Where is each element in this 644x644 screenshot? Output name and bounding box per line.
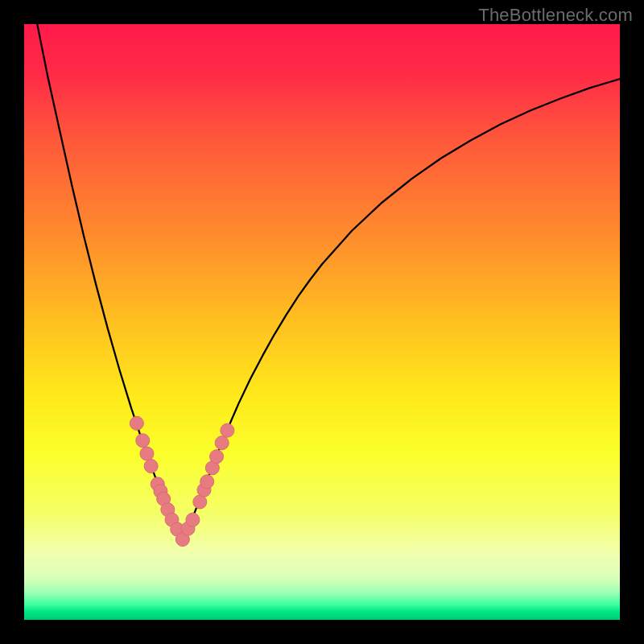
curve-marker	[221, 423, 234, 437]
curve-marker	[215, 436, 229, 450]
curve-marker	[130, 416, 143, 430]
curve-marker	[186, 513, 200, 526]
curve-marker	[200, 475, 214, 489]
bottleneck-curve	[24, 24, 620, 620]
curve-marker	[136, 434, 150, 448]
curve-marker	[210, 450, 224, 464]
curve-marker	[144, 460, 158, 473]
watermark-label: TheBottleneck.com	[478, 5, 633, 26]
curve-marker	[140, 447, 154, 460]
chart-frame: TheBottleneck.com	[0, 0, 644, 644]
plot-area	[24, 24, 620, 620]
